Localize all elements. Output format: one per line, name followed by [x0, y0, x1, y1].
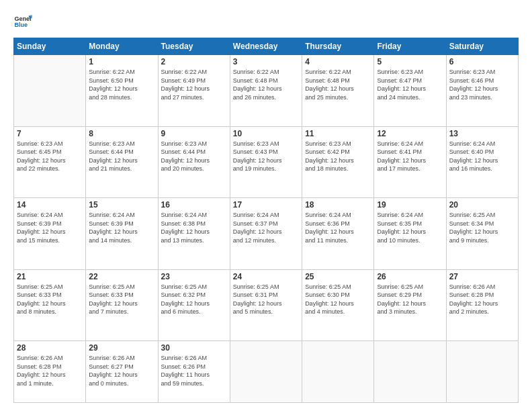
weekday-header-wednesday: Wednesday	[230, 38, 302, 55]
calendar-cell: 28Sunrise: 6:26 AM Sunset: 6:28 PM Dayli…	[14, 341, 86, 403]
day-info: Sunrise: 6:22 AM Sunset: 6:48 PM Dayligh…	[305, 68, 371, 101]
day-info: Sunrise: 6:25 AM Sunset: 6:34 PM Dayligh…	[449, 211, 515, 244]
day-info: Sunrise: 6:23 AM Sunset: 6:44 PM Dayligh…	[89, 140, 154, 173]
calendar-cell: 12Sunrise: 6:24 AM Sunset: 6:41 PM Dayli…	[374, 126, 446, 198]
calendar-cell: 25Sunrise: 6:25 AM Sunset: 6:30 PM Dayli…	[302, 269, 374, 341]
day-number: 19	[377, 200, 443, 210]
day-info: Sunrise: 6:23 AM Sunset: 6:47 PM Dayligh…	[377, 68, 443, 101]
day-number: 13	[449, 129, 515, 138]
day-number: 2	[161, 57, 227, 66]
calendar-cell: 6Sunrise: 6:23 AM Sunset: 6:46 PM Daylig…	[446, 55, 518, 127]
day-info: Sunrise: 6:23 AM Sunset: 6:43 PM Dayligh…	[233, 140, 299, 173]
day-info: Sunrise: 6:25 AM Sunset: 6:30 PM Dayligh…	[305, 283, 371, 316]
day-number: 12	[377, 129, 443, 138]
calendar-cell: 16Sunrise: 6:24 AM Sunset: 6:38 PM Dayli…	[158, 198, 230, 270]
day-number: 29	[89, 343, 154, 353]
calendar-cell: 29Sunrise: 6:26 AM Sunset: 6:27 PM Dayli…	[86, 341, 158, 403]
day-info: Sunrise: 6:24 AM Sunset: 6:41 PM Dayligh…	[377, 140, 443, 173]
day-number: 8	[89, 129, 154, 138]
calendar-cell	[14, 55, 86, 127]
day-number: 10	[233, 129, 299, 138]
day-info: Sunrise: 6:24 AM Sunset: 6:36 PM Dayligh…	[305, 211, 371, 244]
week-row-2: 7Sunrise: 6:23 AM Sunset: 6:45 PM Daylig…	[14, 126, 519, 198]
calendar-cell: 18Sunrise: 6:24 AM Sunset: 6:36 PM Dayli…	[302, 198, 374, 270]
day-number: 16	[161, 200, 227, 210]
weekday-header-sunday: Sunday	[14, 38, 86, 55]
header: General Blue	[13, 12, 519, 31]
day-number: 30	[161, 343, 227, 353]
calendar-cell: 4Sunrise: 6:22 AM Sunset: 6:48 PM Daylig…	[302, 55, 374, 127]
day-number: 4	[305, 57, 371, 66]
calendar-cell: 27Sunrise: 6:26 AM Sunset: 6:28 PM Dayli…	[446, 269, 518, 341]
logo-icon: General Blue	[13, 12, 32, 31]
day-info: Sunrise: 6:23 AM Sunset: 6:44 PM Dayligh…	[161, 140, 227, 173]
day-number: 27	[449, 272, 515, 281]
calendar-cell: 23Sunrise: 6:25 AM Sunset: 6:32 PM Dayli…	[158, 269, 230, 341]
calendar-cell: 3Sunrise: 6:22 AM Sunset: 6:48 PM Daylig…	[230, 55, 302, 127]
day-info: Sunrise: 6:24 AM Sunset: 6:35 PM Dayligh…	[377, 211, 443, 244]
calendar-cell: 7Sunrise: 6:23 AM Sunset: 6:45 PM Daylig…	[14, 126, 86, 198]
day-info: Sunrise: 6:25 AM Sunset: 6:29 PM Dayligh…	[377, 283, 443, 316]
day-number: 22	[89, 272, 154, 281]
day-info: Sunrise: 6:24 AM Sunset: 6:40 PM Dayligh…	[449, 140, 515, 173]
weekday-header-monday: Monday	[86, 38, 158, 55]
calendar-cell: 11Sunrise: 6:23 AM Sunset: 6:42 PM Dayli…	[302, 126, 374, 198]
day-number: 11	[305, 129, 371, 138]
day-number: 28	[17, 343, 83, 353]
weekday-header-saturday: Saturday	[446, 38, 518, 55]
weekday-header-thursday: Thursday	[302, 38, 374, 55]
day-number: 15	[89, 200, 154, 210]
day-info: Sunrise: 6:25 AM Sunset: 6:33 PM Dayligh…	[89, 283, 154, 316]
calendar-table: SundayMondayTuesdayWednesdayThursdayFrid…	[13, 38, 519, 403]
day-info: Sunrise: 6:22 AM Sunset: 6:49 PM Dayligh…	[161, 68, 227, 101]
calendar-cell: 20Sunrise: 6:25 AM Sunset: 6:34 PM Dayli…	[446, 198, 518, 270]
calendar-cell: 30Sunrise: 6:26 AM Sunset: 6:26 PM Dayli…	[158, 341, 230, 403]
day-number: 9	[161, 129, 227, 138]
calendar-cell: 24Sunrise: 6:25 AM Sunset: 6:31 PM Dayli…	[230, 269, 302, 341]
calendar-cell: 8Sunrise: 6:23 AM Sunset: 6:44 PM Daylig…	[86, 126, 158, 198]
day-number: 14	[17, 200, 83, 210]
calendar-cell: 9Sunrise: 6:23 AM Sunset: 6:44 PM Daylig…	[158, 126, 230, 198]
day-number: 23	[161, 272, 227, 281]
week-row-4: 21Sunrise: 6:25 AM Sunset: 6:33 PM Dayli…	[14, 269, 519, 341]
day-info: Sunrise: 6:22 AM Sunset: 6:50 PM Dayligh…	[89, 68, 154, 101]
day-info: Sunrise: 6:24 AM Sunset: 6:39 PM Dayligh…	[17, 211, 83, 244]
day-info: Sunrise: 6:24 AM Sunset: 6:39 PM Dayligh…	[89, 211, 154, 244]
calendar-cell: 19Sunrise: 6:24 AM Sunset: 6:35 PM Dayli…	[374, 198, 446, 270]
calendar-cell	[230, 341, 302, 403]
day-number: 26	[377, 272, 443, 281]
page: General Blue SundayMondayTuesdayWednesda…	[0, 0, 532, 411]
calendar-cell	[302, 341, 374, 403]
weekday-header-friday: Friday	[374, 38, 446, 55]
day-info: Sunrise: 6:26 AM Sunset: 6:28 PM Dayligh…	[17, 354, 83, 387]
calendar-cell	[374, 341, 446, 403]
day-info: Sunrise: 6:23 AM Sunset: 6:42 PM Dayligh…	[305, 140, 371, 173]
day-info: Sunrise: 6:26 AM Sunset: 6:28 PM Dayligh…	[449, 283, 515, 316]
weekday-header-row: SundayMondayTuesdayWednesdayThursdayFrid…	[14, 38, 519, 55]
day-info: Sunrise: 6:23 AM Sunset: 6:46 PM Dayligh…	[449, 68, 515, 101]
day-number: 18	[305, 200, 371, 210]
logo: General Blue	[13, 12, 32, 31]
calendar-cell: 26Sunrise: 6:25 AM Sunset: 6:29 PM Dayli…	[374, 269, 446, 341]
calendar-cell: 13Sunrise: 6:24 AM Sunset: 6:40 PM Dayli…	[446, 126, 518, 198]
calendar-cell: 1Sunrise: 6:22 AM Sunset: 6:50 PM Daylig…	[86, 55, 158, 127]
day-info: Sunrise: 6:22 AM Sunset: 6:48 PM Dayligh…	[233, 68, 299, 101]
day-number: 25	[305, 272, 371, 281]
day-number: 3	[233, 57, 299, 66]
day-info: Sunrise: 6:26 AM Sunset: 6:26 PM Dayligh…	[161, 354, 227, 387]
day-number: 6	[449, 57, 515, 66]
calendar-cell: 10Sunrise: 6:23 AM Sunset: 6:43 PM Dayli…	[230, 126, 302, 198]
day-info: Sunrise: 6:25 AM Sunset: 6:33 PM Dayligh…	[17, 283, 83, 316]
day-number: 5	[377, 57, 443, 66]
day-info: Sunrise: 6:25 AM Sunset: 6:31 PM Dayligh…	[233, 283, 299, 316]
day-number: 7	[17, 129, 83, 138]
day-info: Sunrise: 6:24 AM Sunset: 6:37 PM Dayligh…	[233, 211, 299, 244]
day-number: 1	[89, 57, 154, 66]
day-number: 17	[233, 200, 299, 210]
calendar-cell: 14Sunrise: 6:24 AM Sunset: 6:39 PM Dayli…	[14, 198, 86, 270]
calendar-cell: 22Sunrise: 6:25 AM Sunset: 6:33 PM Dayli…	[86, 269, 158, 341]
calendar-cell: 5Sunrise: 6:23 AM Sunset: 6:47 PM Daylig…	[374, 55, 446, 127]
weekday-header-tuesday: Tuesday	[158, 38, 230, 55]
week-row-5: 28Sunrise: 6:26 AM Sunset: 6:28 PM Dayli…	[14, 341, 519, 403]
svg-text:Blue: Blue	[14, 21, 28, 28]
